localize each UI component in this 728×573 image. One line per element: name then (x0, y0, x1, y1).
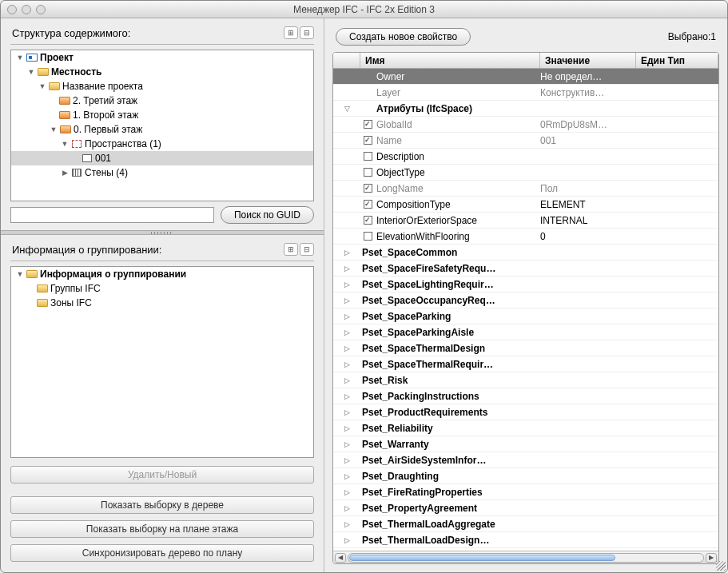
tree-item-floor2[interactable]: 2. Третий этаж (11, 94, 313, 108)
chevron-icon[interactable]: ▷ (333, 536, 360, 544)
property-value[interactable]: Конструктив… (540, 87, 636, 98)
pset-row[interactable]: ▷Pset_Risk (333, 372, 718, 388)
col-unit[interactable]: Един Тип (636, 53, 718, 68)
scroll-track[interactable] (348, 553, 704, 563)
chevron-icon[interactable]: ▷ (333, 456, 360, 464)
property-value[interactable]: 0RmDpU8sM… (540, 119, 636, 130)
pset-row[interactable]: ▷Pset_SpaceThermalDesign (333, 340, 718, 356)
checkbox[interactable]: ✓ (364, 216, 372, 225)
horizontal-splitter[interactable] (1, 230, 324, 235)
scroll-right-button[interactable]: ▶ (706, 553, 717, 563)
pset-row[interactable]: ▷Pset_ThermalLoadDesign… (333, 532, 718, 548)
expand-all-button[interactable]: ⊞ (284, 26, 298, 39)
chevron-icon[interactable]: ▷ (333, 265, 360, 273)
attr-row-LongName[interactable]: ✓LongNameПол (333, 181, 718, 197)
chevron-icon[interactable]: ▷ (333, 296, 360, 304)
pset-row[interactable]: ▷Pset_SpaceFireSafetyRequ… (333, 261, 718, 277)
chevron-icon[interactable]: ▷ (333, 472, 360, 480)
chevron-icon[interactable]: ▷ (333, 360, 360, 368)
attr-row-Description[interactable]: Description (333, 149, 718, 165)
pset-row[interactable]: ▷Pset_SpaceCommon (333, 245, 718, 261)
scroll-thumb[interactable] (349, 555, 615, 561)
pset-row[interactable]: ▷Pset_PropertyAgreement (333, 500, 718, 516)
tree-item-room[interactable]: 001 (11, 151, 313, 165)
chevron-icon[interactable]: ▷ (333, 440, 360, 448)
pset-row[interactable]: ▷Pset_SpaceThermalRequir… (333, 356, 718, 372)
tree-item-walls[interactable]: ▶ Стены (4) (11, 165, 313, 180)
property-value[interactable]: 0 (540, 231, 636, 242)
pset-row[interactable]: ▷Pset_SpaceParkingAisle (333, 324, 718, 340)
tree-item-spaces[interactable]: ▼ Пространства (1) (11, 137, 313, 151)
chevron-icon[interactable]: ▷ (333, 328, 360, 336)
resize-grip[interactable] (716, 561, 726, 571)
chevron-icon[interactable]: ▷ (333, 520, 360, 528)
show-on-plan-button[interactable]: Показать выборку на плане этажа (10, 520, 314, 538)
pset-row[interactable]: ▷Pset_Draughting (333, 468, 718, 484)
tree-item-ifc-zones[interactable]: Зоны IFC (11, 296, 313, 310)
property-row-owner[interactable]: OwnerНе определ… (333, 69, 718, 85)
pset-row[interactable]: ▷Pset_AirSideSystemInfor… (333, 452, 718, 468)
close-window-button[interactable] (7, 5, 17, 14)
chevron-down-icon[interactable]: ▼ (50, 125, 58, 133)
property-value[interactable]: Не определ… (540, 71, 636, 82)
property-value[interactable]: INTERNAL (540, 215, 636, 226)
grouping-tree[interactable]: ▼ Информация о группировании Группы IFC … (10, 266, 314, 458)
attr-row-GlobalId[interactable]: ✓GlobalId0RmDpU8sM… (333, 117, 718, 133)
checkbox[interactable]: ✓ (364, 184, 372, 193)
checkbox[interactable] (364, 232, 372, 241)
attr-row-InteriorOrExteriorSpace[interactable]: ✓InteriorOrExteriorSpaceINTERNAL (333, 213, 718, 229)
expand-all-button[interactable]: ⊞ (284, 243, 298, 256)
chevron-icon[interactable]: ▷ (333, 504, 360, 512)
pset-row[interactable]: ▷Pset_SpaceOccupancyReq… (333, 292, 718, 308)
delete-new-button[interactable]: Удалить/Новый (10, 466, 314, 483)
property-row-layer[interactable]: LayerКонструктив… (333, 85, 718, 101)
tree-item-project[interactable]: ▼ Проект (11, 50, 313, 65)
property-value[interactable]: ELEMENT (540, 199, 636, 210)
create-property-button[interactable]: Создать новое свойство (336, 28, 471, 46)
chevron-icon[interactable]: ▷ (333, 424, 360, 432)
property-value[interactable]: 001 (540, 135, 636, 146)
scroll-left-button[interactable]: ◀ (335, 553, 346, 563)
attributes-group-header[interactable]: ▽Атрибуты (IfcSpace) (333, 101, 718, 117)
pset-row[interactable]: ▷Pset_FireRatingProperties (333, 484, 718, 500)
property-value[interactable]: Пол (540, 183, 636, 194)
guid-search-input[interactable] (10, 207, 214, 223)
chevron-icon[interactable]: ▷ (333, 249, 360, 257)
chevron-icon[interactable]: ▷ (333, 488, 360, 496)
attr-row-CompositionType[interactable]: ✓CompositionTypeELEMENT (333, 197, 718, 213)
chevron-down-icon[interactable]: ▼ (16, 54, 24, 62)
collapse-all-button[interactable]: ⊟ (300, 26, 314, 39)
col-name[interactable]: Имя (360, 53, 540, 68)
search-guid-button[interactable]: Поиск по GUID (221, 206, 314, 224)
sync-tree-button[interactable]: Синхронизировать дерево по плану (10, 544, 314, 562)
chevron-icon[interactable]: ▷ (333, 376, 360, 384)
tree-item-site[interactable]: ▼ Местность (11, 65, 313, 79)
chevron-icon[interactable]: ▷ (333, 344, 360, 352)
chevron-down-icon[interactable]: ▼ (38, 82, 46, 90)
tree-item-group-root[interactable]: ▼ Информация о группировании (11, 267, 313, 281)
checkbox[interactable] (364, 168, 372, 177)
chevron-down-icon[interactable]: ▼ (27, 68, 35, 76)
pset-row[interactable]: ▷Pset_Warranty (333, 436, 718, 452)
minimize-window-button[interactable] (22, 5, 31, 14)
checkbox[interactable] (364, 152, 372, 161)
pset-row[interactable]: ▷Pset_SpaceParking (333, 308, 718, 324)
zoom-window-button[interactable] (36, 5, 46, 14)
pset-row[interactable]: ▷Pset_Reliability (333, 420, 718, 436)
pset-row[interactable]: ▷Pset_ThermalLoadAggregate (333, 516, 718, 532)
chevron-icon[interactable]: ▽ (333, 105, 360, 113)
chevron-icon[interactable]: ▷ (333, 392, 360, 400)
chevron-down-icon[interactable]: ▼ (61, 140, 69, 148)
tree-item-floor1[interactable]: 1. Второй этаж (11, 108, 313, 122)
chevron-icon[interactable]: ▷ (333, 281, 360, 288)
checkbox[interactable]: ✓ (364, 200, 372, 209)
tree-item-building[interactable]: ▼ Название проекта (11, 79, 313, 94)
show-in-tree-button[interactable]: Показать выборку в дереве (10, 496, 314, 514)
attr-row-ObjectType[interactable]: ObjectType (333, 165, 718, 181)
chevron-icon[interactable]: ▷ (333, 408, 360, 416)
chevron-right-icon[interactable]: ▶ (61, 169, 69, 177)
tree-item-ifc-groups[interactable]: Группы IFC (11, 281, 313, 296)
attr-row-ElevationWithFlooring[interactable]: ElevationWithFlooring0 (333, 229, 718, 245)
pset-row[interactable]: ▷Pset_PackingInstructions (333, 388, 718, 404)
chevron-down-icon[interactable]: ▼ (16, 270, 24, 278)
